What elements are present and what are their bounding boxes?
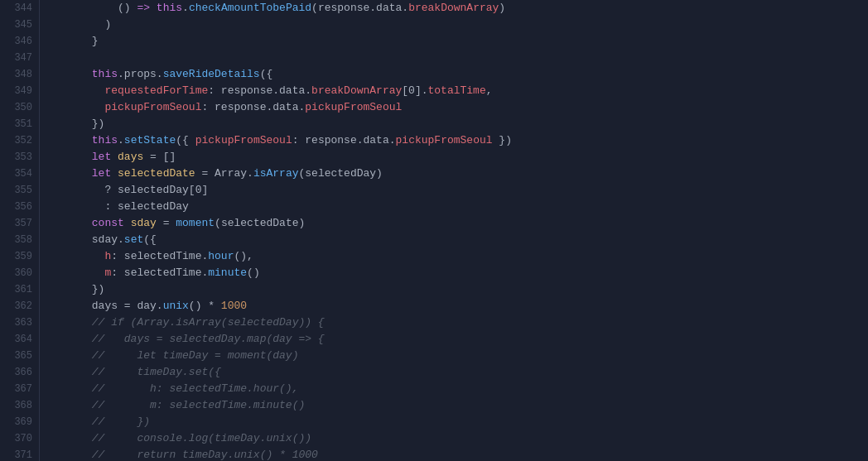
token-plain: : response.data. xyxy=(208,83,311,99)
token-plain xyxy=(53,132,92,149)
code-line: // h: selectedTime.hour(), xyxy=(53,381,868,397)
code-line: requestedForTime: response.data.breakDow… xyxy=(53,83,868,99)
token-var: sday xyxy=(131,215,157,232)
token-plain: . xyxy=(182,0,189,17)
token-kw: this xyxy=(92,66,118,83)
line-number: 359 xyxy=(7,248,32,265)
line-number: 350 xyxy=(7,99,32,116)
code-line: () => this.checkAmountTobePaid(response.… xyxy=(53,0,868,17)
token-plain xyxy=(150,0,157,17)
token-plain: (selectedDate) xyxy=(215,215,305,232)
line-number: 365 xyxy=(7,348,32,364)
token-method: checkAmountTobePaid xyxy=(189,0,311,17)
code-line: let days = [] xyxy=(53,149,868,166)
token-plain: ) xyxy=(499,0,505,17)
code-editor: 3443453463473483493503513523533543553563… xyxy=(0,0,868,461)
token-cm: // return timeDay.unix() * 1000 xyxy=(53,447,318,461)
token-cm: // let timeDay = moment(day) xyxy=(53,348,298,364)
token-plain: : response.data. xyxy=(201,99,305,116)
token-plain: (response.data. xyxy=(311,0,408,17)
token-plain xyxy=(53,99,104,116)
token-cm: // timeDay.set({ xyxy=(53,364,221,381)
code-line: days = day.unix() * 1000 xyxy=(53,298,868,315)
line-number: 367 xyxy=(7,381,32,397)
line-number: 361 xyxy=(7,281,32,298)
token-method: saveRideDetails xyxy=(163,66,260,83)
token-plain xyxy=(53,265,104,281)
line-number: 345 xyxy=(7,17,32,33)
line-number: 358 xyxy=(7,232,32,248)
token-kw: let xyxy=(92,149,111,166)
token-method: unix xyxy=(163,298,189,315)
token-cm: // days = selectedDay.map(day => { xyxy=(53,331,325,348)
line-number: 362 xyxy=(7,298,32,315)
line-number: 357 xyxy=(7,215,32,232)
token-plain xyxy=(53,166,92,182)
gutter xyxy=(40,0,46,461)
line-number: 352 xyxy=(7,132,32,149)
token-plain: : response.data. xyxy=(292,132,396,149)
token-method: set xyxy=(124,232,143,248)
line-number: 356 xyxy=(7,199,32,215)
token-prop: m xyxy=(104,265,111,281)
line-number: 347 xyxy=(7,50,32,66)
code-line: const sday = moment(selectedDate) xyxy=(53,215,868,232)
token-prop: breakDownArray xyxy=(311,83,402,99)
code-line: } xyxy=(53,33,868,50)
code-line: pickupFromSeoul: response.data.pickupFro… xyxy=(53,99,868,116)
token-kw: const xyxy=(92,215,124,232)
line-number: 354 xyxy=(7,166,32,182)
token-plain: = xyxy=(157,215,176,232)
token-plain xyxy=(53,149,92,166)
token-cm: // if (Array.isArray(selectedDay)) { xyxy=(53,315,325,331)
line-number: 370 xyxy=(7,430,32,447)
code-line xyxy=(53,50,868,66)
token-plain: = [] xyxy=(143,149,176,166)
code-line: ) xyxy=(53,17,868,33)
token-method: moment xyxy=(176,215,215,232)
code-line: // return timeDay.unix() * 1000 xyxy=(53,447,868,461)
line-number: 348 xyxy=(7,66,32,83)
token-plain: (selectedDay) xyxy=(298,166,382,182)
line-number: 364 xyxy=(7,331,32,348)
code-line: h: selectedTime.hour(), xyxy=(53,248,868,265)
token-plain: }) xyxy=(53,116,104,132)
code-line: }) xyxy=(53,116,868,132)
code-line: this.setState({ pickupFromSeoul: respons… xyxy=(53,132,868,149)
token-plain: = Array. xyxy=(195,166,253,182)
token-method: hour xyxy=(208,248,234,265)
line-number: 371 xyxy=(7,447,32,461)
code-line: m: selectedTime.minute() xyxy=(53,265,868,281)
token-kw: this xyxy=(157,0,182,17)
token-method: setState xyxy=(124,132,176,149)
token-cm: // console.log(timeDay.unix()) xyxy=(53,430,311,447)
code-line: let selectedDate = Array.isArray(selecte… xyxy=(53,166,868,182)
token-method: minute xyxy=(208,265,247,281)
code-content[interactable]: () => this.checkAmountTobePaid(response.… xyxy=(46,0,868,461)
token-plain: : selectedDay xyxy=(53,199,189,215)
token-plain: : selectedTime. xyxy=(111,265,208,281)
code-line: // timeDay.set({ xyxy=(53,364,868,381)
token-plain: .props. xyxy=(118,66,163,83)
code-line: // if (Array.isArray(selectedDay)) { xyxy=(53,315,868,331)
token-plain xyxy=(53,66,92,83)
line-number: 363 xyxy=(7,315,32,331)
token-plain: : selectedTime. xyxy=(111,248,208,265)
token-prop: totalTime xyxy=(428,83,486,99)
token-plain xyxy=(111,166,118,182)
code-line: // days = selectedDay.map(day => { xyxy=(53,331,868,348)
token-plain: ? selectedDay[0] xyxy=(53,182,208,199)
token-prop: pickupFromSeoul xyxy=(104,99,201,116)
code-line: ? selectedDay[0] xyxy=(53,182,868,199)
line-number: 366 xyxy=(7,364,32,381)
code-line: : selectedDay xyxy=(53,199,868,215)
token-prop: pickupFromSeoul xyxy=(305,99,402,116)
line-number: 368 xyxy=(7,397,32,414)
line-number: 351 xyxy=(7,116,32,132)
token-method: isArray xyxy=(253,166,299,182)
code-line: // }) xyxy=(53,414,868,430)
token-plain: }) xyxy=(53,281,104,298)
token-plain: }) xyxy=(493,132,512,149)
token-plain xyxy=(53,248,104,265)
token-var: days xyxy=(118,149,143,166)
